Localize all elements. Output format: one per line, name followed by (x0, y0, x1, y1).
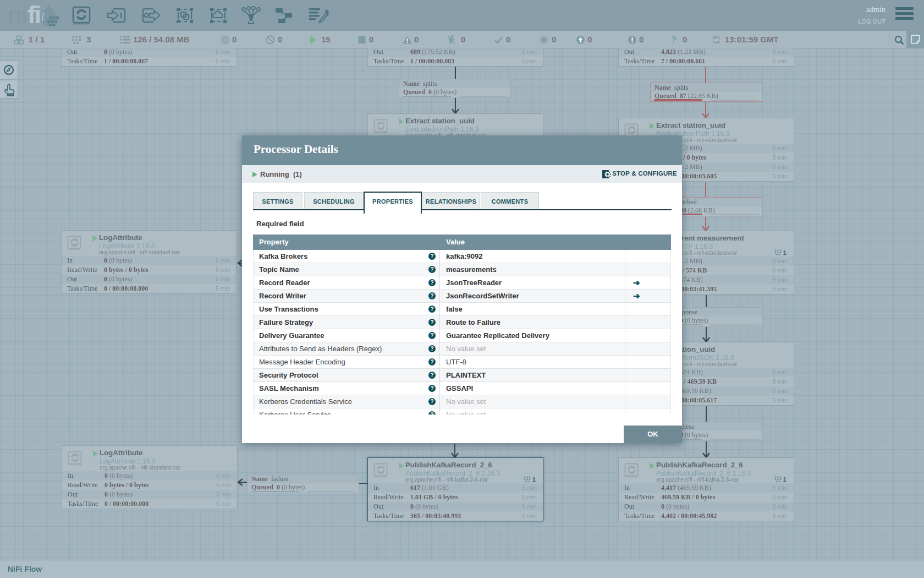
svg-text:?: ? (671, 35, 676, 45)
